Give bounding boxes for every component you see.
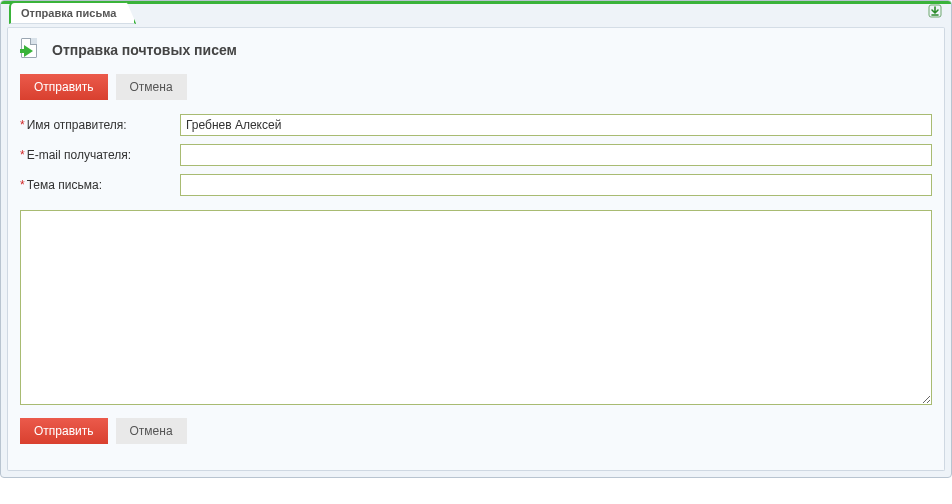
panel-header: Отправка почтовых писем: [20, 38, 932, 62]
recipient-input[interactable]: [180, 144, 932, 166]
required-marker: *: [20, 118, 25, 132]
sender-label-text: Имя отправителя:: [27, 118, 127, 132]
sender-input[interactable]: [180, 114, 932, 136]
send-mail-icon: [20, 38, 44, 62]
submit-button-bottom[interactable]: Отправить: [20, 418, 108, 444]
panel-title: Отправка почтовых писем: [52, 42, 237, 58]
tab-send-mail[interactable]: Отправка письма: [9, 1, 136, 24]
subject-input[interactable]: [180, 174, 932, 196]
form-row-recipient: *E-mail получателя:: [20, 144, 932, 166]
sender-label: *Имя отправителя:: [20, 118, 180, 132]
submit-button-top[interactable]: Отправить: [20, 74, 108, 100]
mail-compose-window: Отправка письма Отправка почтовых писем …: [0, 0, 952, 478]
cancel-button-top[interactable]: Отмена: [116, 74, 187, 100]
form-row-sender: *Имя отправителя:: [20, 114, 932, 136]
collapse-button[interactable]: [927, 3, 943, 19]
recipient-label-text: E-mail получателя:: [27, 148, 131, 162]
subject-label-text: Тема письма:: [27, 178, 102, 192]
download-icon: [928, 4, 942, 18]
form-row-subject: *Тема письма:: [20, 174, 932, 196]
required-marker: *: [20, 178, 25, 192]
top-button-row: Отправить Отмена: [20, 74, 932, 100]
panel-body: Отправка почтовых писем Отправить Отмена…: [7, 27, 945, 471]
tab-row: Отправка письма: [1, 1, 951, 27]
bottom-button-row: Отправить Отмена: [20, 418, 932, 444]
required-marker: *: [20, 148, 25, 162]
cancel-button-bottom[interactable]: Отмена: [116, 418, 187, 444]
subject-label: *Тема письма:: [20, 178, 180, 192]
body-textarea[interactable]: [20, 210, 932, 405]
tab-label: Отправка письма: [21, 7, 116, 19]
recipient-label: *E-mail получателя:: [20, 148, 180, 162]
